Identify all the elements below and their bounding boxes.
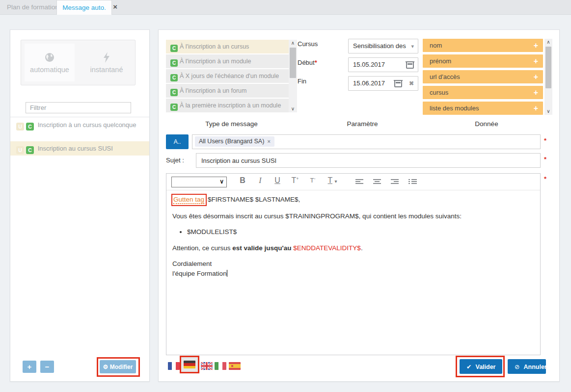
type-label: À la première inscription à un module	[180, 102, 281, 109]
editor-toolbar: ∨ B I U T+ T- T ▾	[166, 174, 540, 190]
increase-font-button[interactable]: T+	[289, 176, 301, 185]
recipient-chip-label: All Users (Brangard SA)	[199, 138, 264, 145]
data-tag-liste-modules[interactable]: liste des modules+	[423, 102, 543, 115]
flag-uk-icon[interactable]	[201, 362, 213, 370]
type-item-inscription-module[interactable]: CÀ l'inscription à un module	[166, 54, 289, 68]
list-button[interactable]	[408, 179, 417, 185]
decrease-font-button[interactable]: T-	[307, 176, 319, 184]
valider-button[interactable]: ✔Valider	[460, 359, 502, 374]
required-mark: *	[544, 175, 546, 183]
grow-sup: +	[296, 176, 299, 181]
font-color-button[interactable]: T ▾	[324, 176, 341, 185]
add-tag-icon[interactable]: +	[534, 39, 538, 52]
message-editor-panel: CÀ l'inscription à un cursus CÀ l'inscri…	[158, 29, 560, 382]
scrollbar-thumb[interactable]	[290, 48, 296, 78]
recipients-button[interactable]: A..	[166, 134, 189, 149]
message-body-text[interactable]: Gutten tag$FIRSTNAME$ $LASTNAME$, Vous ê…	[166, 190, 540, 355]
recipients-field[interactable]: All Users (Brangard SA)×	[192, 134, 541, 149]
warning-variable: $ENDDATEVALIDITY$	[293, 244, 361, 252]
debut-date-field[interactable]: 15.05.2017	[348, 57, 418, 72]
tab-message-auto[interactable]: Message auto. ×	[56, 0, 112, 15]
data-tag-cursus[interactable]: cursus+	[423, 86, 543, 99]
closing-text: l'équipe Formation	[172, 270, 227, 277]
fin-value: 15.06.2017	[353, 79, 385, 87]
course-badge: C	[26, 146, 34, 154]
user-badge: U	[16, 146, 24, 154]
scrollbar-thumb[interactable]	[545, 47, 551, 88]
message-item-cursus-quelconque[interactable]: UC Inscription à un cursus quelconque	[10, 118, 149, 133]
modifier-button[interactable]: ⚙ Modifier	[100, 360, 136, 373]
course-badge: C	[170, 89, 178, 96]
debut-value: 15.05.2017	[353, 61, 385, 68]
tab-plan-de-formation[interactable]: Plan de formation	[0, 0, 66, 15]
message-auto-screen: Plan de formation Message auto. × automa…	[0, 0, 571, 392]
globe-icon	[44, 52, 55, 63]
align-center-button[interactable]	[373, 179, 381, 185]
annuler-button[interactable]: ⊘Annuler	[508, 359, 546, 374]
scroll-up-icon[interactable]: ∧	[544, 39, 552, 46]
modifier-annotation-box: ⚙ Modifier	[97, 357, 140, 377]
type-item-inscription-cursus[interactable]: CÀ l'inscription à un cursus	[166, 40, 289, 53]
italic-button[interactable]: I	[254, 176, 266, 185]
calendar-icon[interactable]	[406, 61, 414, 69]
german-flag-annotation-box	[180, 356, 199, 373]
add-message-button[interactable]: +	[23, 361, 36, 373]
sujet-label: Sujet :	[166, 157, 184, 164]
type-item-premiere-inscription[interactable]: CÀ la première inscription à un module	[166, 99, 289, 112]
donnee-caption: Donnée	[437, 120, 536, 128]
message-item-cursus-susi[interactable]: UC Inscription au cursus SUSI	[10, 141, 149, 156]
cursus-select[interactable]: Sensibilisation des ▾	[348, 39, 418, 53]
flag-spain-icon[interactable]	[229, 362, 241, 370]
close-tab-icon[interactable]: ×	[113, 0, 117, 14]
scroll-up-icon[interactable]: ∧	[289, 40, 297, 47]
valider-label: Valider	[475, 364, 495, 370]
mode-automatique-button[interactable]: automatique	[25, 44, 75, 81]
add-tag-icon[interactable]: +	[534, 54, 538, 68]
greeting-rest: $FIRSTNAME$ $LASTNAME$,	[208, 196, 300, 203]
fin-date-field[interactable]: 15.06.2017 ✖	[348, 76, 418, 91]
type-list-scrollbar[interactable]: ∧ ∨	[289, 40, 297, 112]
font-family-select[interactable]: ∨	[171, 177, 227, 187]
bold-button[interactable]: B	[237, 176, 248, 185]
remove-recipient-icon[interactable]: ×	[267, 138, 270, 144]
divider	[10, 117, 149, 117]
cursus-value: Sensibilisation des	[353, 42, 406, 50]
calendar-icon[interactable]	[394, 80, 402, 87]
scroll-down-icon[interactable]: ∨	[289, 105, 297, 112]
add-tag-icon[interactable]: +	[534, 86, 538, 99]
type-de-message-caption: Type de message	[166, 120, 297, 128]
annuler-label: Annuler	[523, 364, 546, 370]
chevron-down-icon: ▾	[334, 179, 337, 184]
add-tag-icon[interactable]: +	[534, 102, 538, 115]
data-tag-prenom[interactable]: prénom+	[423, 54, 543, 68]
chevron-down-icon: ▾	[411, 39, 414, 53]
clear-date-icon[interactable]: ✖	[409, 77, 414, 90]
align-left-button[interactable]	[355, 179, 363, 185]
lightning-icon	[103, 52, 110, 63]
align-right-button[interactable]	[391, 179, 399, 185]
text-caret	[227, 270, 227, 277]
flag-france-icon[interactable]	[168, 362, 180, 370]
required-mark: *	[544, 137, 546, 144]
mode-instantane-button[interactable]: instantané	[82, 44, 132, 81]
scroll-down-icon[interactable]: ∨	[544, 108, 552, 115]
tag-label: prénom	[430, 57, 451, 65]
flag-germany-icon[interactable]	[184, 361, 195, 368]
cancel-icon: ⊘	[515, 364, 519, 370]
module-list: $MODULELIST$	[187, 227, 534, 237]
sujet-input[interactable]	[196, 153, 541, 168]
type-item-inscription-forum[interactable]: CÀ l'inscription à un forum	[166, 84, 289, 98]
flag-italy-icon[interactable]	[215, 362, 226, 370]
data-tag-url-acces[interactable]: url d'accès+	[423, 70, 543, 83]
underline-button[interactable]: U	[272, 176, 283, 185]
remove-message-button[interactable]: −	[40, 361, 54, 373]
type-item-echeance-module[interactable]: CÀ X jours de l'échéance d'un module	[166, 69, 289, 83]
tag-label: cursus	[430, 89, 448, 96]
data-tags-scrollbar[interactable]: ∧ ∨	[544, 39, 552, 115]
add-tag-icon[interactable]: +	[534, 70, 538, 83]
message-list-panel: automatique instantané UC Inscription à …	[10, 29, 150, 382]
fin-label: Fin	[298, 78, 306, 85]
data-tag-nom[interactable]: nom+	[423, 39, 543, 52]
color-label: T	[328, 176, 332, 184]
filter-input[interactable]	[26, 102, 131, 113]
